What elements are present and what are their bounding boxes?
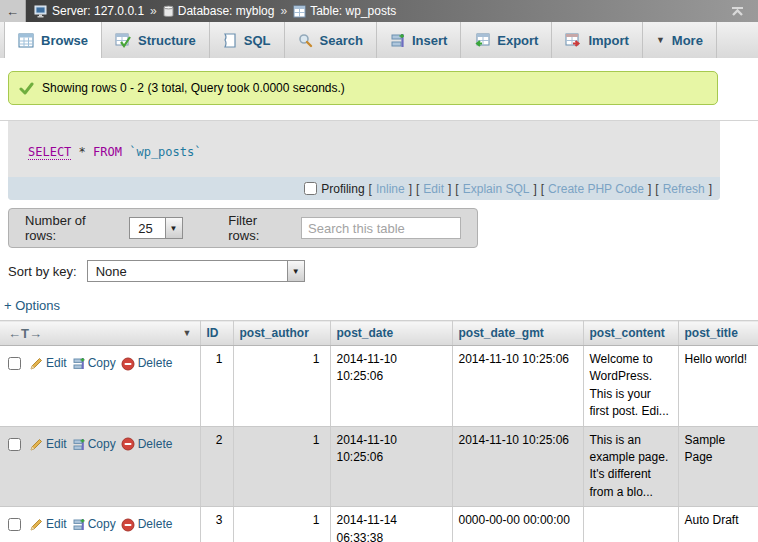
options-toggle[interactable]: + Options	[4, 298, 60, 313]
copy-icon	[72, 518, 85, 531]
sort-by-key-select[interactable]: None ▼	[87, 260, 305, 282]
cell-id: 3	[200, 507, 233, 542]
results-table: ←T→ ▼ ID post_author post_date post_date…	[0, 320, 758, 542]
tab-structure[interactable]: Structure	[102, 22, 210, 58]
filter-rows-input[interactable]	[301, 217, 461, 239]
pencil-icon	[30, 438, 43, 451]
rows-control-panel: Number of rows: 25 ▼ Filter rows:	[8, 208, 478, 248]
cell-post-content	[583, 507, 678, 542]
table-icon	[293, 5, 306, 18]
export-icon	[474, 33, 490, 48]
copy-row-button[interactable]: Copy	[72, 516, 116, 533]
profiling-checkbox[interactable]	[304, 182, 317, 195]
sql-table-identifier: `wp_posts`	[129, 145, 201, 159]
table-row: Edit Copy Delete	[0, 507, 758, 542]
query-toolbar: Profiling [ Inline ] [ Edit ] [ Explain …	[8, 177, 720, 200]
import-icon	[565, 33, 581, 48]
profiling-label: Profiling	[304, 182, 364, 196]
row-checkbox[interactable]	[8, 518, 21, 531]
browse-icon	[18, 33, 34, 48]
copy-icon	[72, 438, 85, 451]
cell-post-author: 1	[233, 346, 330, 427]
collapse-icon[interactable]	[731, 6, 750, 17]
delete-icon	[121, 357, 135, 371]
server-icon	[34, 5, 48, 18]
breadcrumb-server[interactable]: Server: 127.0.0.1	[34, 4, 144, 18]
database-icon	[163, 5, 174, 18]
table-header-row: ←T→ ▼ ID post_author post_date post_date…	[0, 321, 758, 346]
success-check-icon	[19, 82, 34, 95]
tab-bar: Browse Structure SQL Search Insert Expor…	[0, 22, 758, 58]
cell-post-date: 2014-11-14 06:33:38	[330, 507, 452, 542]
sort-control: Sort by key: None ▼	[8, 260, 758, 282]
copy-row-button[interactable]: Copy	[72, 436, 116, 453]
sql-keyword-select: SELECT	[28, 145, 71, 160]
create-php-code-link[interactable]: Create PHP Code	[548, 182, 644, 196]
breadcrumb-table[interactable]: Table: wp_posts	[293, 4, 396, 18]
cell-post-author: 1	[233, 507, 330, 542]
status-message: Showing rows 0 - 2 (3 total, Query took …	[8, 71, 718, 105]
delete-icon	[121, 518, 135, 532]
back-button[interactable]: ←	[0, 0, 26, 22]
delete-row-button[interactable]: Delete	[121, 436, 173, 453]
cell-post-content: This is an example page. It's different …	[583, 426, 678, 507]
tab-browse[interactable]: Browse	[4, 22, 102, 58]
tab-search[interactable]: Search	[285, 22, 377, 58]
edit-query-link[interactable]: Edit	[423, 182, 444, 196]
table-row: Edit Copy Delete	[0, 346, 758, 427]
tab-sql[interactable]: SQL	[210, 22, 285, 58]
sql-keyword-from: FROM	[93, 145, 122, 159]
breadcrumb-separator: »	[150, 4, 157, 18]
sort-by-key-label: Sort by key:	[8, 264, 77, 279]
breadcrumb: ← Server: 127.0.0.1 » Database: myblog »…	[0, 0, 758, 22]
pencil-icon	[30, 518, 43, 531]
breadcrumb-database[interactable]: Database: myblog	[163, 4, 275, 18]
column-header-post-title[interactable]: post_title	[678, 321, 758, 346]
structure-icon	[115, 33, 131, 48]
edit-row-button[interactable]: Edit	[30, 436, 67, 453]
delete-row-button[interactable]: Delete	[121, 516, 173, 533]
edit-row-button[interactable]: Edit	[30, 355, 67, 372]
cell-post-date-gmt: 2014-11-10 10:25:06	[452, 426, 583, 507]
cell-post-content: Welcome to WordPress. This is your first…	[583, 346, 678, 427]
row-checkbox[interactable]	[8, 438, 21, 451]
search-icon	[298, 33, 313, 48]
cell-post-title: Hello world!	[678, 346, 758, 427]
cell-post-date: 2014-11-10 10:25:06	[330, 346, 452, 427]
cell-post-date: 2014-11-10 10:25:06	[330, 426, 452, 507]
tab-export[interactable]: Export	[461, 22, 552, 58]
cell-post-title: Auto Draft	[678, 507, 758, 542]
edit-row-button[interactable]: Edit	[30, 516, 67, 533]
cell-post-date-gmt: 0000-00-00 00:00:00	[452, 507, 583, 542]
column-header-post-author[interactable]: post_author	[233, 321, 330, 346]
copy-icon	[72, 357, 85, 370]
number-of-rows-label: Number of rows:	[25, 213, 119, 243]
column-header-post-content[interactable]: post_content	[583, 321, 678, 346]
actions-menu-arrow-icon[interactable]: ▼	[183, 328, 192, 338]
status-message-text: Showing rows 0 - 2 (3 total, Query took …	[42, 81, 345, 95]
tab-insert[interactable]: Insert	[377, 22, 461, 58]
tab-more[interactable]: ▼ More	[643, 22, 717, 58]
insert-icon	[390, 33, 405, 48]
cell-post-author: 1	[233, 426, 330, 507]
filter-rows-label: Filter rows:	[228, 213, 291, 243]
tab-import[interactable]: Import	[552, 22, 642, 58]
column-header-post-date[interactable]: post_date	[330, 321, 452, 346]
delete-icon	[121, 437, 135, 451]
column-header-id[interactable]: ID	[200, 321, 233, 346]
chevron-down-icon: ▼	[165, 218, 182, 238]
column-toggle-control[interactable]: ←T→	[8, 326, 42, 341]
column-header-post-date-gmt[interactable]: post_date_gmt	[452, 321, 583, 346]
cell-id: 2	[200, 426, 233, 507]
delete-row-button[interactable]: Delete	[121, 355, 173, 372]
row-checkbox[interactable]	[8, 357, 21, 370]
cell-id: 1	[200, 346, 233, 427]
explain-sql-link[interactable]: Explain SQL	[463, 182, 530, 196]
chevron-down-icon: ▼	[656, 35, 665, 45]
rows-per-page-select[interactable]: 25 ▼	[129, 217, 182, 239]
sql-query: SELECT * FROM `wp_posts`	[8, 121, 720, 177]
table-row: Edit Copy Delete	[0, 426, 758, 507]
inline-link[interactable]: Inline	[376, 182, 405, 196]
copy-row-button[interactable]: Copy	[72, 355, 116, 372]
refresh-link[interactable]: Refresh	[663, 182, 705, 196]
